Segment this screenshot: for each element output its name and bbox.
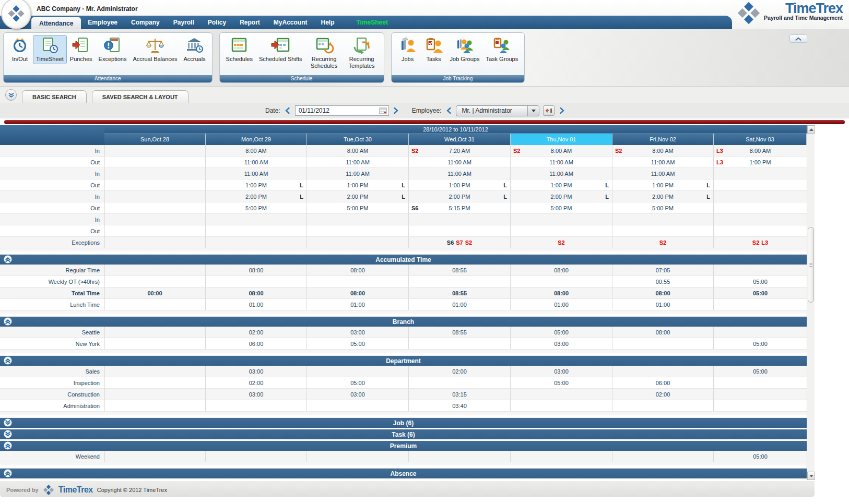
punch-cell[interactable] (104, 225, 206, 237)
punch-cell[interactable] (612, 214, 714, 225)
punch-cell[interactable]: 11:00 AM (307, 157, 409, 168)
day-header-5[interactable]: Fri,Nov 02 (612, 134, 714, 145)
punch-cell[interactable]: 11:00 AM (612, 168, 714, 179)
punch-cell[interactable]: 8:00 AM (307, 145, 409, 157)
punch-cell[interactable]: 11:00 AM (409, 157, 511, 168)
ribbon-item-schedules[interactable]: Schedules (223, 35, 256, 64)
section-collapse-button[interactable] (4, 441, 12, 450)
ribbon-item-recurring-templates[interactable]: Recurring Templates (343, 35, 381, 71)
punch-cell[interactable]: 8:00 AM (206, 145, 307, 157)
section-collapse-button[interactable] (4, 255, 12, 263)
tab-saved-search-layout[interactable]: SAVED SEARCH & LAYOUT (92, 90, 188, 103)
menu-item-help[interactable]: Help (314, 16, 341, 29)
punch-cell[interactable]: 2:00 PML (307, 191, 409, 202)
punch-cell[interactable]: 1:00 PML (511, 179, 612, 191)
punch-cell[interactable] (511, 214, 612, 225)
punch-cell[interactable]: 11:00 AM (307, 168, 409, 179)
exception-cell[interactable] (307, 237, 409, 248)
punch-cell[interactable]: 1:00 PML (307, 179, 409, 191)
menu-item-company[interactable]: Company (124, 16, 167, 29)
ribbon-item-in-out[interactable]: In/Out (7, 35, 33, 64)
ribbon-item-job-groups[interactable]: Job Groups (447, 35, 483, 64)
punch-cell[interactable] (714, 168, 807, 179)
menu-item-policy[interactable]: Policy (201, 16, 233, 29)
menu-item-employee[interactable]: Employee (81, 16, 124, 29)
punch-cell[interactable]: S27:20 AM (409, 145, 511, 157)
punch-cell[interactable]: 11:00 AM (612, 157, 714, 168)
punch-cell[interactable] (307, 214, 409, 225)
punch-cell[interactable] (612, 225, 714, 237)
ribbon-item-task-groups[interactable]: Task Groups (482, 35, 521, 64)
punch-cell[interactable]: 2:00 PML (511, 191, 612, 202)
menu-item-timesheet[interactable]: TimeSheet (349, 16, 394, 29)
section-collapse-button[interactable] (4, 418, 12, 427)
employee-prev-button[interactable] (445, 106, 452, 115)
exception-cell[interactable] (104, 237, 206, 248)
day-header-2[interactable]: Tue,Oct 30 (307, 134, 409, 145)
date-next-button[interactable] (393, 106, 400, 115)
ribbon-item-accruals[interactable]: Accruals (180, 35, 208, 64)
punch-cell[interactable] (714, 202, 807, 214)
punch-cell[interactable]: S28:00 AM (511, 145, 612, 157)
punch-cell[interactable] (714, 191, 807, 202)
day-header-3[interactable]: Wed,Oct 31 (409, 134, 511, 145)
menu-item-attendance[interactable]: Attendance (31, 17, 81, 29)
exception-cell[interactable]: S2 (511, 237, 612, 248)
punch-cell[interactable]: 11:00 AM (409, 168, 511, 179)
menu-item-report[interactable]: Report (233, 16, 267, 29)
section-collapse-button[interactable] (4, 430, 12, 438)
punch-cell[interactable] (104, 157, 206, 168)
ribbon-item-exceptions[interactable]: Exceptions (96, 35, 130, 64)
exception-cell[interactable]: S2 (612, 237, 714, 248)
punch-cell[interactable]: 1:00 PML (206, 179, 307, 191)
punch-cell[interactable]: 11:00 AM (511, 168, 612, 179)
employee-next-button[interactable] (558, 106, 565, 115)
punch-cell[interactable]: 11:00 AM (511, 157, 612, 168)
vertical-scrollbar[interactable] (807, 125, 815, 480)
punch-cell[interactable] (307, 225, 409, 237)
day-header-4[interactable]: Thu,Nov 01 (511, 134, 612, 145)
punch-cell[interactable]: 11:00 AM (206, 157, 307, 168)
menu-item-myaccount[interactable]: MyAccount (267, 16, 314, 29)
punch-cell[interactable] (104, 214, 206, 225)
exception-cell[interactable]: S6S7S2 (409, 237, 511, 248)
punch-cell[interactable]: L31:00 PM (714, 157, 807, 168)
punch-cell[interactable]: 2:00 PML (206, 191, 307, 202)
exception-cell[interactable]: S2L3 (714, 237, 807, 248)
punch-cell[interactable] (714, 214, 807, 225)
punch-cell[interactable] (104, 168, 206, 179)
punch-cell[interactable]: 5:00 PM (307, 202, 409, 214)
day-header-0[interactable]: Sun,Oct 28 (104, 134, 206, 145)
date-prev-button[interactable] (284, 106, 291, 115)
punch-cell[interactable] (206, 225, 307, 237)
punch-cell[interactable]: 5:00 PM (206, 202, 307, 214)
ribbon-item-punches[interactable]: Punches (67, 35, 96, 64)
punch-cell[interactable]: S28:00 AM (612, 145, 714, 157)
punch-cell[interactable] (104, 145, 206, 157)
punch-cell[interactable]: 11:00 AM (206, 168, 307, 179)
ribbon-collapse-button[interactable] (789, 34, 807, 43)
punch-cell[interactable]: 2:00 PML (612, 191, 714, 202)
punch-cell[interactable] (104, 202, 206, 214)
date-input[interactable] (295, 105, 389, 116)
ribbon-item-scheduled-shifts[interactable]: Scheduled Shifts (256, 35, 305, 64)
punch-cell[interactable]: 2:00 PML (409, 191, 511, 202)
ribbon-item-accrual-balances[interactable]: Accrual Balances (129, 35, 180, 64)
punch-cell[interactable]: 5:00 PM (511, 202, 612, 214)
day-header-1[interactable]: Mon,Oct 29 (206, 134, 307, 145)
day-header-6[interactable]: Sat,Nov 03 (714, 134, 807, 145)
section-collapse-button[interactable] (4, 356, 12, 365)
ribbon-item-tasks[interactable]: Tasks (421, 35, 447, 64)
ribbon-item-jobs[interactable]: Jobs (395, 35, 421, 64)
scrollbar-thumb[interactable] (808, 227, 814, 303)
employee-jump-button[interactable] (543, 105, 555, 116)
punch-cell[interactable]: S65:15 PM (409, 202, 511, 214)
search-panel-collapse-button[interactable] (5, 89, 17, 101)
section-collapse-button[interactable] (4, 317, 12, 326)
menu-item-payroll[interactable]: Payroll (167, 16, 201, 29)
punch-cell[interactable] (206, 214, 307, 225)
punch-cell[interactable] (104, 191, 206, 202)
punch-cell[interactable]: 5:00 PM (612, 202, 714, 214)
punch-cell[interactable] (714, 225, 807, 237)
punch-cell[interactable] (511, 225, 612, 237)
